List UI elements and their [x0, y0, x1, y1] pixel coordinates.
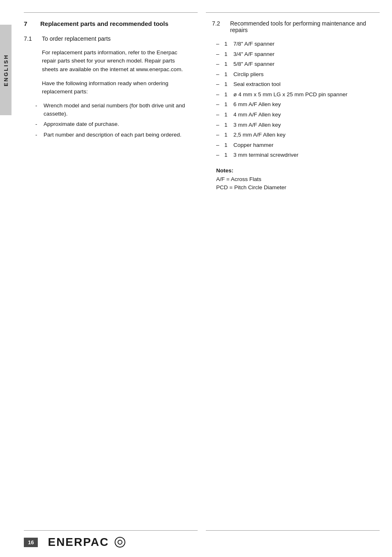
- tool-name: 3 mm terminal screwdriver: [233, 151, 380, 159]
- tool-item: –16 mm A/F Allen key: [216, 100, 380, 109]
- tool-qty: 1: [224, 70, 233, 79]
- bottom-rule-right: [206, 530, 380, 531]
- section71-number: 7.1: [24, 35, 42, 42]
- tool-item: –12,5 mm A/F Allen key: [216, 131, 380, 139]
- tool-qty: 1: [224, 40, 233, 48]
- tool-name: 6 mm A/F Allen key: [233, 100, 380, 109]
- tool-name: Copper hammer: [233, 141, 380, 149]
- tool-qty: 1: [224, 80, 233, 88]
- tool-dash: –: [216, 60, 224, 68]
- tool-dash: –: [216, 131, 224, 139]
- tool-item: –1ø 4 mm x 5 mm LG x 25 mm PCD pin spann…: [216, 91, 380, 99]
- language-label: ENGLISH: [3, 54, 9, 86]
- tool-qty: 1: [224, 131, 233, 139]
- page-wrapper: ENGLISH 7 Replacement parts and recommen…: [0, 0, 392, 557]
- tool-qty: 1: [224, 50, 233, 58]
- tool-dash: –: [216, 70, 224, 79]
- section72-header: 7.2 Recommended tools for performing mai…: [212, 20, 380, 33]
- tool-item: –15/8" A/F spanner: [216, 60, 380, 68]
- section7-title: Replacement parts and recommended tools: [40, 20, 168, 27]
- section72-title: Recommended tools for performing mainten…: [230, 20, 380, 33]
- tool-dash: –: [216, 141, 224, 149]
- tool-dash: –: [216, 111, 224, 119]
- columns: 7 Replacement parts and recommended tool…: [12, 13, 392, 530]
- paragraph1: For replacement parts information, refer…: [42, 49, 191, 74]
- tool-dash: –: [216, 40, 224, 48]
- tool-item: –1Seal extraction tool: [216, 80, 380, 88]
- notes-item-pcd: PCD = Pitch Circle Diameter: [216, 183, 380, 192]
- tool-qty: 1: [224, 91, 233, 99]
- tool-item: –17/8" A/F spanner: [216, 40, 380, 48]
- notes-item-af: A/F = Across Flats: [216, 175, 380, 183]
- main-content: 7 Replacement parts and recommended tool…: [12, 0, 392, 557]
- section71-title: To order replacement parts: [42, 35, 111, 42]
- brand-icon: [115, 537, 125, 548]
- list-item: - Part number and description of each pa…: [35, 131, 191, 139]
- tool-name: Seal extraction tool: [233, 80, 380, 88]
- tool-qty: 1: [224, 111, 233, 119]
- language-tab: ENGLISH: [0, 25, 12, 115]
- section71-header: 7.1 To order replacement parts: [24, 35, 191, 42]
- footer: 16 ENERPAC: [24, 531, 380, 557]
- tool-item: –13/4" A/F spanner: [216, 50, 380, 58]
- tool-qty: 1: [224, 100, 233, 109]
- tool-name: 7/8" A/F spanner: [233, 40, 380, 48]
- tool-dash: –: [216, 151, 224, 159]
- bottom-area: 16 ENERPAC: [12, 530, 392, 557]
- tool-qty: 1: [224, 141, 233, 149]
- dash-symbol: -: [35, 120, 44, 128]
- tool-name: 5/8" A/F spanner: [233, 60, 380, 68]
- bottom-rule-left: [24, 530, 198, 531]
- tool-name: Circlip pliers: [233, 70, 380, 79]
- dash-text: Part number and description of each part…: [44, 131, 191, 139]
- tool-dash: –: [216, 91, 224, 99]
- tool-item: –1Circlip pliers: [216, 70, 380, 79]
- dash-list: - Wrench model and serial numbers (for b…: [35, 102, 191, 139]
- list-item: - Approximate date of purchase.: [35, 120, 191, 128]
- dash-text: Wrench model and serial numbers (for bot…: [44, 102, 191, 118]
- dash-symbol: -: [35, 102, 44, 118]
- paragraph2: Have the following information ready whe…: [42, 79, 191, 96]
- tool-dash: –: [216, 121, 224, 129]
- tool-item: –14 mm A/F Allen key: [216, 111, 380, 119]
- tool-item: –13 mm terminal screwdriver: [216, 151, 380, 159]
- section7-number: 7: [24, 20, 40, 27]
- notes-section: Notes: A/F = Across Flats PCD = Pitch Ci…: [216, 167, 380, 192]
- tool-item: –1Copper hammer: [216, 141, 380, 149]
- page-number: 16: [24, 538, 38, 547]
- list-item: - Wrench model and serial numbers (for b…: [35, 102, 191, 118]
- tool-name: 4 mm A/F Allen key: [233, 111, 380, 119]
- dash-symbol: -: [35, 131, 44, 139]
- tool-dash: –: [216, 100, 224, 109]
- tool-qty: 1: [224, 60, 233, 68]
- section7-header: 7 Replacement parts and recommended tool…: [24, 20, 191, 27]
- tool-dash: –: [216, 50, 224, 58]
- tool-dash: –: [216, 80, 224, 88]
- col-left: 7 Replacement parts and recommended tool…: [24, 13, 202, 530]
- tool-name: 3 mm A/F Allen key: [233, 121, 380, 129]
- brand-logo: ENERPAC: [48, 536, 125, 549]
- tool-qty: 1: [224, 151, 233, 159]
- tool-name: 3/4" A/F spanner: [233, 50, 380, 58]
- notes-title: Notes:: [216, 167, 380, 174]
- col-right: 7.2 Recommended tools for performing mai…: [202, 13, 380, 530]
- tool-name: 2,5 mm A/F Allen key: [233, 131, 380, 139]
- tool-name: ø 4 mm x 5 mm LG x 25 mm PCD pin spanner: [233, 91, 380, 99]
- dash-text: Approximate date of purchase.: [44, 120, 191, 128]
- section72-number: 7.2: [212, 20, 230, 33]
- tool-list: –17/8" A/F spanner–13/4" A/F spanner–15/…: [216, 40, 380, 159]
- tool-item: –13 mm A/F Allen key: [216, 121, 380, 129]
- brand-name: ENERPAC: [48, 536, 109, 548]
- tool-qty: 1: [224, 121, 233, 129]
